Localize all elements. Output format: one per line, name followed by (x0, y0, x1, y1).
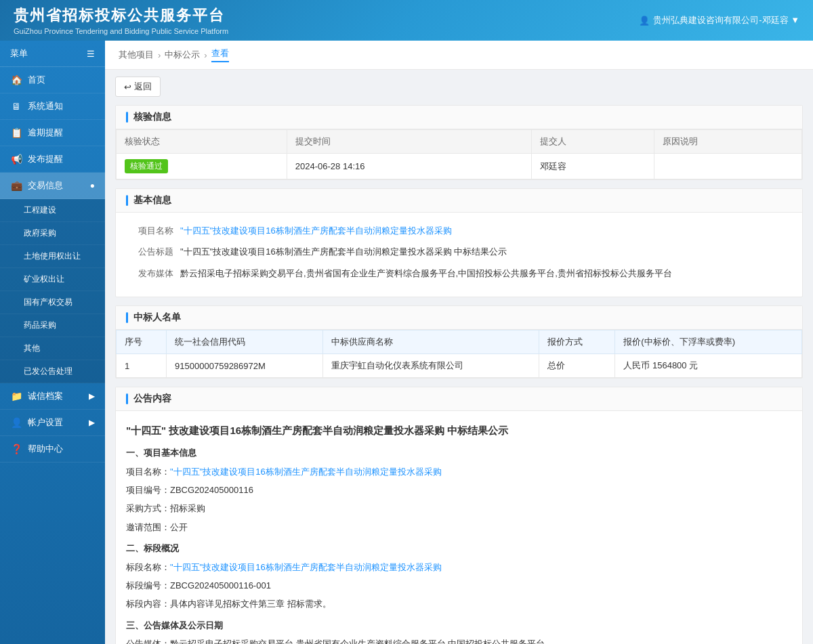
media-value: 黔云招采电子招标采购交易平台,贵州省国有企业生产资料综合服务平台,中国招投标公共… (180, 265, 792, 281)
user-menu[interactable]: 👤 贵州弘典建设咨询有限公司-邓廷容 ▼ (639, 14, 799, 26)
media-label: 发布媒体 (126, 265, 180, 281)
breadcrumb-current: 查看 (211, 47, 229, 62)
part3-title: 三、公告媒体及公示日期 (126, 618, 792, 633)
account-icon: 👤 (10, 417, 22, 428)
sidebar-menu-label: 菜单 (10, 47, 28, 60)
sidebar-item-integrity[interactable]: 📁 诚信档案 ▶ (0, 383, 105, 410)
submit-time: 2024-06-28 14:16 (287, 154, 531, 179)
integrity-icon: 📁 (10, 391, 22, 402)
project-name-line: 项目名称："十四五"技改建设项目16栋制酒生产房配套半自动润粮定量投水器采购 (126, 464, 792, 479)
seg-name-link[interactable]: "十四五"技改建设项目16栋制酒生产房配套半自动润粮定量投水器采购 (170, 562, 442, 572)
sidebar-item-published[interactable]: 已发公告处理 (0, 360, 105, 383)
sidebar-item-land[interactable]: 土地使用权出让 (0, 245, 105, 268)
basic-info-section: 基本信息 项目名称 "十四五"技改建设项目16栋制酒生产房配套半自动润粮定量投水… (115, 188, 803, 297)
notice-icon: 🖥 (10, 101, 22, 112)
seg-name-label: 标段名称： (126, 562, 170, 572)
sidebar-item-publish[interactable]: 📢 发布提醒 (0, 146, 105, 173)
sidebar-item-gov[interactable]: 政府采购 (0, 222, 105, 245)
sidebar-item-account[interactable]: 👤 帐户设置 ▶ (0, 410, 105, 436)
table-row: 核验通过 2024-06-28 14:16 邓廷容 (117, 154, 802, 179)
sidebar-item-label: 诚信档案 (28, 390, 63, 402)
section-bar3 (126, 312, 128, 323)
winner-col-price: 报价(中标价、下浮率或费率) (615, 330, 802, 354)
announcement-label: 公告标题 (126, 244, 180, 259)
announcement-section: 公告内容 "十四五" 技改建设项目16栋制酒生产房配套半自动润粮定量投水器采购 … (115, 387, 803, 644)
media-pub-val: 黔云招采电子招标采购交易平台,贵州省国有企业生产资料综合服务平台,中国招投标公共… (170, 639, 547, 644)
return-button[interactable]: ↩ 返回 (115, 77, 161, 97)
verification-table: 核验状态 提交时间 提交人 原因说明 核验通过 2024 (116, 129, 802, 179)
media-pub-label: 公告媒体： (126, 639, 170, 644)
status-badge: 核验通过 (125, 159, 168, 173)
sidebar: 菜单 ☰ 🏠 首页 🖥 系统通知 📋 逾期提醒 📢 发布提醒 💼 交易信息 ● … (0, 41, 105, 644)
proj-no-val: ZBCG202405000116 (170, 485, 253, 495)
winner-price: 人民币 1564800 元 (615, 354, 802, 378)
basic-info-title: 基本信息 (133, 194, 171, 207)
submitter-name: 邓廷容 (532, 154, 654, 179)
expand-icon3: ▶ (89, 418, 95, 427)
header: 贵州省招标投标公共服务平台 GuiZhou Province Tendering… (0, 0, 813, 41)
pn-link[interactable]: "十四五"技改建设项目16栋制酒生产房配套半自动润粮定量投水器采购 (170, 467, 442, 477)
winner-num: 1 (117, 354, 167, 378)
sidebar-item-other[interactable]: 其他 (0, 337, 105, 360)
col-status: 核验状态 (117, 130, 287, 154)
sidebar-item-label: 首页 (28, 74, 45, 86)
table-row: 1 91500000759286972M 重庆宇虹自动化仪表系统有限公司 总价 … (117, 354, 802, 378)
help-icon: ❓ (10, 444, 22, 454)
sidebar-item-home[interactable]: 🏠 首页 (0, 67, 105, 93)
project-name-row: 项目名称 "十四五"技改建设项目16栋制酒生产房配套半自动润粮定量投水器采购 (126, 223, 792, 238)
col-submit-time: 提交时间 (287, 130, 531, 154)
proc-label: 采购方式： (126, 503, 170, 513)
project-name-link[interactable]: "十四五"技改建设项目16栋制酒生产房配套半自动润粮定量投水器采购 (180, 226, 452, 236)
verification-header: 核验信息 (116, 106, 802, 129)
sidebar-item-label: 发布提醒 (28, 153, 63, 165)
winners-body: 序号 统一社会信用代码 中标供应商名称 报价方式 报价(中标价、下浮率或费率) … (116, 330, 802, 378)
sidebar-item-engineering[interactable]: 工程建设 (0, 199, 105, 222)
sidebar-item-label: 帮助中心 (28, 443, 63, 455)
pn-label: 项目名称： (126, 467, 170, 477)
project-name-value: "十四五"技改建设项目16栋制酒生产房配套半自动润粮定量投水器采购 (180, 223, 792, 238)
col-submitter: 提交人 (532, 130, 654, 154)
site-title-zh: 贵州省招标投标公共服务平台 (14, 5, 228, 26)
home-icon: 🏠 (10, 74, 22, 85)
basic-info-header: 基本信息 (116, 189, 802, 213)
segment-content-line: 标段内容：具体内容详见招标文件第三章 招标需求。 (126, 596, 792, 611)
return-label: 返回 (134, 81, 152, 93)
invite-line: 邀请范围：公开 (126, 519, 792, 535)
sidebar-header: 菜单 ☰ (0, 41, 105, 67)
breadcrumb-item-1[interactable]: 其他项目 (119, 49, 154, 61)
announcement-header: 公告内容 (116, 387, 802, 411)
sidebar-item-mining[interactable]: 矿业权出让 (0, 268, 105, 291)
section-bar (126, 112, 128, 123)
breadcrumb-item-2[interactable]: 中标公示 (165, 49, 200, 61)
sidebar-item-deadline[interactable]: 📋 逾期提醒 (0, 120, 105, 146)
breadcrumb-sep-1: › (158, 50, 161, 60)
procurement-line: 采购方式：招标采购 (126, 500, 792, 516)
menu-toggle-icon[interactable]: ☰ (87, 49, 95, 59)
winner-price-type: 总价 (539, 354, 615, 378)
user-icon: 👤 (639, 16, 650, 26)
sidebar-item-drug[interactable]: 药品采购 (0, 314, 105, 337)
deadline-icon: 📋 (10, 127, 22, 138)
breadcrumb: 其他项目 › 中标公示 › 查看 (105, 41, 813, 70)
announcement-body: "十四五" 技改建设项目16栋制酒生产房配套半自动润粮定量投水器采购 中标结果公… (116, 411, 802, 644)
breadcrumb-sep-2: › (204, 50, 207, 60)
basic-info-body: 项目名称 "十四五"技改建设项目16栋制酒生产房配套半自动润粮定量投水器采购 公… (116, 213, 802, 297)
media-row: 发布媒体 黔云招采电子招标采购交易平台,贵州省国有企业生产资料综合服务平台,中国… (126, 265, 792, 281)
sidebar-item-help[interactable]: ❓ 帮助中心 (0, 436, 105, 463)
proc-val: 招标采购 (170, 503, 205, 513)
part1-title: 一、项目基本信息 (126, 445, 792, 460)
media-line: 公告媒体：黔云招采电子招标采购交易平台,贵州省国有企业生产资料综合服务平台,中国… (126, 636, 792, 644)
seg-no-val: ZBCG202405000116-001 (170, 580, 271, 591)
project-name-label: 项目名称 (126, 223, 180, 238)
sidebar-item-notice[interactable]: 🖥 系统通知 (0, 93, 105, 120)
sidebar-item-trade[interactable]: 💼 交易信息 ● (0, 173, 105, 199)
proj-no-label: 项目编号： (126, 485, 170, 495)
winner-name: 重庆宇虹自动化仪表系统有限公司 (322, 354, 539, 378)
publish-icon: 📢 (10, 154, 22, 165)
winner-col-num: 序号 (117, 330, 167, 354)
sidebar-item-state[interactable]: 国有产权交易 (0, 291, 105, 314)
site-title-en: GuiZhou Province Tendering and Bidding P… (14, 27, 228, 35)
col-reason: 原因说明 (654, 130, 802, 154)
seg-no-label: 标段编号： (126, 580, 170, 591)
expand-icon: ● (90, 181, 95, 190)
